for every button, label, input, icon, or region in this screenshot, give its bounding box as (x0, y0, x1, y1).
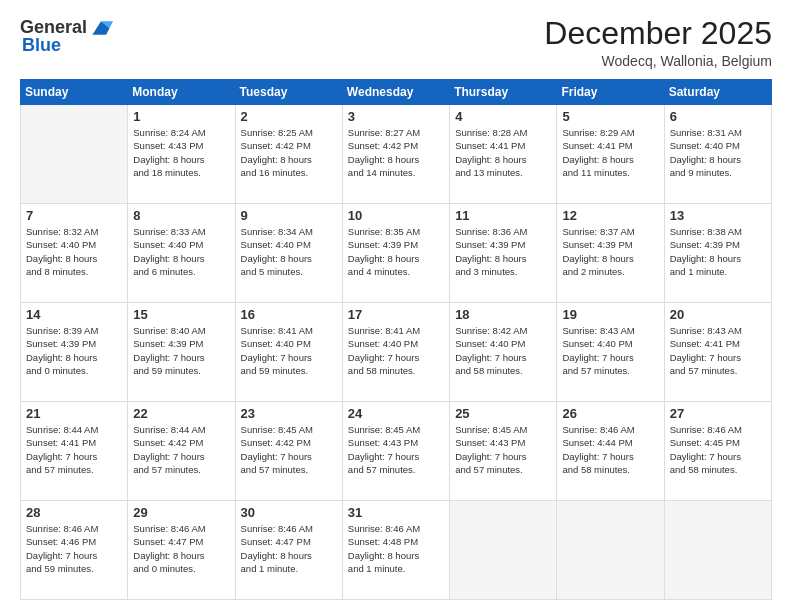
day-info: Sunrise: 8:27 AM Sunset: 4:42 PM Dayligh… (348, 126, 444, 179)
month-title: December 2025 (544, 16, 772, 51)
day-info: Sunrise: 8:32 AM Sunset: 4:40 PM Dayligh… (26, 225, 122, 278)
day-number: 23 (241, 406, 337, 421)
calendar-week-row: 1Sunrise: 8:24 AM Sunset: 4:43 PM Daylig… (21, 105, 772, 204)
day-header-saturday: Saturday (664, 80, 771, 105)
day-number: 10 (348, 208, 444, 223)
day-number: 6 (670, 109, 766, 124)
day-info: Sunrise: 8:45 AM Sunset: 4:43 PM Dayligh… (348, 423, 444, 476)
day-header-thursday: Thursday (450, 80, 557, 105)
calendar-cell: 20Sunrise: 8:43 AM Sunset: 4:41 PM Dayli… (664, 303, 771, 402)
calendar-cell: 18Sunrise: 8:42 AM Sunset: 4:40 PM Dayli… (450, 303, 557, 402)
day-header-friday: Friday (557, 80, 664, 105)
day-info: Sunrise: 8:46 AM Sunset: 4:48 PM Dayligh… (348, 522, 444, 575)
calendar-cell: 19Sunrise: 8:43 AM Sunset: 4:40 PM Dayli… (557, 303, 664, 402)
day-header-tuesday: Tuesday (235, 80, 342, 105)
day-number: 28 (26, 505, 122, 520)
day-number: 8 (133, 208, 229, 223)
day-number: 30 (241, 505, 337, 520)
day-number: 11 (455, 208, 551, 223)
calendar-cell: 24Sunrise: 8:45 AM Sunset: 4:43 PM Dayli… (342, 402, 449, 501)
calendar-header-row: SundayMondayTuesdayWednesdayThursdayFrid… (21, 80, 772, 105)
day-info: Sunrise: 8:45 AM Sunset: 4:42 PM Dayligh… (241, 423, 337, 476)
title-area: December 2025 Wodecq, Wallonia, Belgium (544, 16, 772, 69)
day-info: Sunrise: 8:41 AM Sunset: 4:40 PM Dayligh… (348, 324, 444, 377)
day-number: 22 (133, 406, 229, 421)
day-info: Sunrise: 8:28 AM Sunset: 4:41 PM Dayligh… (455, 126, 551, 179)
calendar-table: SundayMondayTuesdayWednesdayThursdayFrid… (20, 79, 772, 600)
day-info: Sunrise: 8:39 AM Sunset: 4:39 PM Dayligh… (26, 324, 122, 377)
calendar-cell: 12Sunrise: 8:37 AM Sunset: 4:39 PM Dayli… (557, 204, 664, 303)
calendar-cell: 30Sunrise: 8:46 AM Sunset: 4:47 PM Dayli… (235, 501, 342, 600)
day-number: 3 (348, 109, 444, 124)
day-number: 7 (26, 208, 122, 223)
day-number: 5 (562, 109, 658, 124)
page: General Blue December 2025 Wodecq, Wallo… (0, 0, 792, 612)
day-info: Sunrise: 8:44 AM Sunset: 4:42 PM Dayligh… (133, 423, 229, 476)
calendar-cell: 1Sunrise: 8:24 AM Sunset: 4:43 PM Daylig… (128, 105, 235, 204)
day-number: 26 (562, 406, 658, 421)
calendar-cell: 11Sunrise: 8:36 AM Sunset: 4:39 PM Dayli… (450, 204, 557, 303)
calendar-cell: 27Sunrise: 8:46 AM Sunset: 4:45 PM Dayli… (664, 402, 771, 501)
day-info: Sunrise: 8:24 AM Sunset: 4:43 PM Dayligh… (133, 126, 229, 179)
day-info: Sunrise: 8:38 AM Sunset: 4:39 PM Dayligh… (670, 225, 766, 278)
day-number: 19 (562, 307, 658, 322)
day-info: Sunrise: 8:46 AM Sunset: 4:47 PM Dayligh… (241, 522, 337, 575)
day-number: 14 (26, 307, 122, 322)
calendar-cell: 25Sunrise: 8:45 AM Sunset: 4:43 PM Dayli… (450, 402, 557, 501)
calendar-week-row: 28Sunrise: 8:46 AM Sunset: 4:46 PM Dayli… (21, 501, 772, 600)
day-number: 17 (348, 307, 444, 322)
day-info: Sunrise: 8:45 AM Sunset: 4:43 PM Dayligh… (455, 423, 551, 476)
day-number: 1 (133, 109, 229, 124)
day-number: 2 (241, 109, 337, 124)
location: Wodecq, Wallonia, Belgium (544, 53, 772, 69)
day-info: Sunrise: 8:31 AM Sunset: 4:40 PM Dayligh… (670, 126, 766, 179)
day-number: 18 (455, 307, 551, 322)
day-info: Sunrise: 8:46 AM Sunset: 4:47 PM Dayligh… (133, 522, 229, 575)
calendar-cell: 8Sunrise: 8:33 AM Sunset: 4:40 PM Daylig… (128, 204, 235, 303)
day-info: Sunrise: 8:46 AM Sunset: 4:45 PM Dayligh… (670, 423, 766, 476)
calendar-cell (557, 501, 664, 600)
day-header-monday: Monday (128, 80, 235, 105)
calendar-cell: 5Sunrise: 8:29 AM Sunset: 4:41 PM Daylig… (557, 105, 664, 204)
calendar-cell: 16Sunrise: 8:41 AM Sunset: 4:40 PM Dayli… (235, 303, 342, 402)
day-number: 4 (455, 109, 551, 124)
day-info: Sunrise: 8:25 AM Sunset: 4:42 PM Dayligh… (241, 126, 337, 179)
calendar-cell (450, 501, 557, 600)
calendar-cell: 21Sunrise: 8:44 AM Sunset: 4:41 PM Dayli… (21, 402, 128, 501)
day-number: 9 (241, 208, 337, 223)
calendar-cell (21, 105, 128, 204)
calendar-cell: 6Sunrise: 8:31 AM Sunset: 4:40 PM Daylig… (664, 105, 771, 204)
day-info: Sunrise: 8:43 AM Sunset: 4:41 PM Dayligh… (670, 324, 766, 377)
day-header-sunday: Sunday (21, 80, 128, 105)
logo-blue-text: Blue (22, 36, 61, 56)
calendar-cell: 17Sunrise: 8:41 AM Sunset: 4:40 PM Dayli… (342, 303, 449, 402)
day-info: Sunrise: 8:29 AM Sunset: 4:41 PM Dayligh… (562, 126, 658, 179)
calendar-cell: 7Sunrise: 8:32 AM Sunset: 4:40 PM Daylig… (21, 204, 128, 303)
day-number: 29 (133, 505, 229, 520)
day-number: 15 (133, 307, 229, 322)
logo-icon (89, 16, 113, 40)
calendar-cell: 23Sunrise: 8:45 AM Sunset: 4:42 PM Dayli… (235, 402, 342, 501)
calendar-cell: 15Sunrise: 8:40 AM Sunset: 4:39 PM Dayli… (128, 303, 235, 402)
calendar-cell: 28Sunrise: 8:46 AM Sunset: 4:46 PM Dayli… (21, 501, 128, 600)
day-info: Sunrise: 8:34 AM Sunset: 4:40 PM Dayligh… (241, 225, 337, 278)
calendar-cell: 14Sunrise: 8:39 AM Sunset: 4:39 PM Dayli… (21, 303, 128, 402)
calendar-cell: 10Sunrise: 8:35 AM Sunset: 4:39 PM Dayli… (342, 204, 449, 303)
calendar-cell: 2Sunrise: 8:25 AM Sunset: 4:42 PM Daylig… (235, 105, 342, 204)
calendar-cell: 4Sunrise: 8:28 AM Sunset: 4:41 PM Daylig… (450, 105, 557, 204)
day-number: 13 (670, 208, 766, 223)
day-number: 31 (348, 505, 444, 520)
day-number: 16 (241, 307, 337, 322)
day-number: 20 (670, 307, 766, 322)
day-info: Sunrise: 8:35 AM Sunset: 4:39 PM Dayligh… (348, 225, 444, 278)
calendar-cell: 31Sunrise: 8:46 AM Sunset: 4:48 PM Dayli… (342, 501, 449, 600)
calendar-cell: 13Sunrise: 8:38 AM Sunset: 4:39 PM Dayli… (664, 204, 771, 303)
day-info: Sunrise: 8:37 AM Sunset: 4:39 PM Dayligh… (562, 225, 658, 278)
day-number: 25 (455, 406, 551, 421)
calendar-cell: 3Sunrise: 8:27 AM Sunset: 4:42 PM Daylig… (342, 105, 449, 204)
day-info: Sunrise: 8:42 AM Sunset: 4:40 PM Dayligh… (455, 324, 551, 377)
calendar-week-row: 14Sunrise: 8:39 AM Sunset: 4:39 PM Dayli… (21, 303, 772, 402)
day-number: 12 (562, 208, 658, 223)
day-info: Sunrise: 8:41 AM Sunset: 4:40 PM Dayligh… (241, 324, 337, 377)
calendar-cell: 29Sunrise: 8:46 AM Sunset: 4:47 PM Dayli… (128, 501, 235, 600)
